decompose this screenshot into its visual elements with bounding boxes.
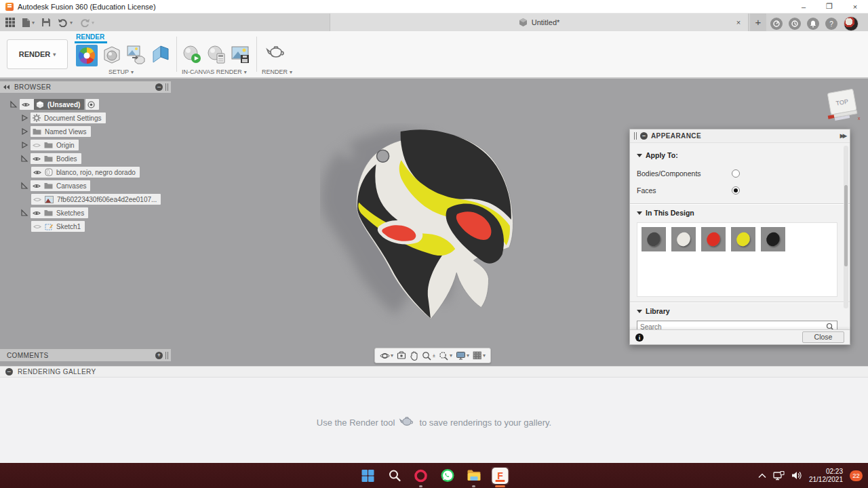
gallery-minus-icon[interactable]: – [5, 368, 13, 375]
collapsed-caret-icon[interactable] [20, 127, 28, 136]
restore-button[interactable]: ❐ [816, 0, 842, 14]
dialog-minus-icon[interactable]: – [640, 132, 648, 140]
eye-visible-icon[interactable] [33, 210, 41, 216]
tree-row-canvas-image[interactable]: 7fb60223430f606ea4d2ee0107... [0, 192, 171, 206]
appearance-swatch-yellow[interactable] [731, 227, 755, 251]
opera-gx-icon[interactable] [412, 467, 430, 485]
extensions-icon[interactable] [770, 18, 783, 30]
undo-icon[interactable]: ▾ [58, 18, 73, 27]
dialog-grip[interactable] [634, 132, 637, 140]
collapsed-caret-icon[interactable] [20, 114, 28, 122]
tree-row-sketches[interactable]: Sketches [0, 206, 171, 220]
faces-radio[interactable] [732, 186, 740, 195]
fusion360-taskbar-icon[interactable]: F [492, 467, 509, 485]
appearance-swatch-white[interactable] [671, 227, 696, 251]
texture-map-controls-icon[interactable] [126, 45, 146, 65]
tree-row-document-settings[interactable]: Document Settings [0, 111, 171, 125]
section-collapse-icon[interactable] [637, 310, 642, 313]
collapsed-caret-icon[interactable] [20, 141, 28, 149]
zoom-window-tool[interactable]: ▾ [439, 351, 452, 361]
library-section-header[interactable]: Library [637, 307, 843, 315]
appearance-dialog-header[interactable]: – APPEARANCE ▶▶ [630, 129, 850, 143]
eye-visible-icon[interactable] [22, 102, 30, 108]
workspace-selector-button[interactable]: RENDER▾ [7, 39, 68, 69]
file-explorer-icon[interactable] [465, 467, 483, 485]
close-button[interactable]: × [842, 0, 868, 14]
in-canvas-render-group-label[interactable]: IN-CANVAS RENDER▾ [182, 68, 247, 75]
zoom-tool[interactable]: ± [422, 351, 435, 361]
taskbar-search-icon[interactable] [386, 467, 403, 485]
collapse-panel-icon[interactable] [3, 84, 10, 90]
whatsapp-icon[interactable] [439, 467, 456, 485]
eye-hidden-icon[interactable] [33, 224, 41, 230]
tree-row-bodies[interactable]: Bodies [0, 152, 171, 165]
tab-close-icon[interactable]: × [733, 17, 744, 28]
setup-group-label[interactable]: SETUP▾ [108, 68, 134, 75]
root-component[interactable]: (Unsaved) [34, 99, 84, 110]
orbit-tool[interactable]: ▾ [380, 351, 393, 361]
job-status-icon[interactable] [789, 18, 801, 30]
viewcube[interactable]: TOP x [824, 87, 862, 123]
look-at-tool[interactable] [397, 351, 406, 360]
file-menu-icon[interactable]: ▾ [22, 18, 35, 28]
display-settings-tool[interactable]: ▾ [456, 351, 469, 360]
add-comment-icon[interactable]: + [155, 352, 163, 359]
apply-to-section-header[interactable]: Apply To: [637, 151, 843, 159]
decal-icon[interactable] [152, 45, 170, 64]
eye-visible-icon[interactable] [33, 169, 41, 176]
notification-count-badge[interactable]: 22 [850, 470, 863, 481]
tree-row-canvases[interactable]: Canvases [0, 179, 171, 192]
minimize-button[interactable]: – [791, 0, 816, 14]
info-icon[interactable]: i [635, 333, 644, 342]
expanded-caret-icon[interactable] [20, 155, 28, 163]
apply-to-bodies-row[interactable]: Bodies/Components [637, 165, 843, 182]
ethernet-network-icon[interactable] [773, 471, 785, 481]
scene-settings-icon[interactable] [102, 45, 122, 65]
app-grid-icon[interactable] [5, 18, 15, 27]
save-icon[interactable] [41, 18, 51, 27]
eye-visible-icon[interactable] [33, 183, 41, 189]
in-canvas-render-settings-icon[interactable] [206, 45, 226, 65]
render-teapot-icon[interactable] [266, 46, 286, 61]
clock[interactable]: 02:23 21/12/2021 [809, 468, 843, 484]
appearance-tool-icon[interactable] [76, 45, 98, 66]
activate-component-radio[interactable] [85, 99, 99, 110]
appearance-swatch-dark-gray[interactable] [642, 227, 666, 251]
dialog-close-button[interactable]: Close [802, 331, 844, 343]
expanded-caret-icon[interactable] [9, 100, 18, 108]
comments-panel[interactable]: COMMENTS + [0, 349, 171, 361]
notifications-bell-icon[interactable] [807, 18, 819, 30]
tree-row-origin[interactable]: Origin [0, 138, 171, 152]
expanded-caret-icon[interactable] [20, 182, 28, 190]
tree-row-sketch1[interactable]: Sketch1 [0, 220, 171, 233]
user-avatar[interactable] [844, 16, 859, 31]
ribbon-active-tab-label[interactable]: RENDER [76, 33, 117, 41]
scrollbar-thumb[interactable] [844, 185, 848, 266]
new-tab-button[interactable]: + [750, 14, 766, 31]
redo-icon[interactable]: ▾ [79, 18, 94, 27]
panel-grip[interactable] [165, 352, 168, 359]
viewport-canvas[interactable]: TOP x BROWSER – [0, 79, 868, 366]
browser-header[interactable]: BROWSER – [0, 81, 171, 93]
capture-image-icon[interactable] [231, 45, 251, 65]
expand-right-icon[interactable]: ▶▶ [840, 133, 846, 139]
help-icon[interactable]: ? [825, 18, 837, 30]
appearance-swatch-red[interactable] [701, 227, 726, 251]
expanded-caret-icon[interactable] [20, 209, 28, 217]
appearance-swatch-black[interactable] [761, 227, 785, 251]
tree-row-root[interactable]: (Unsaved) [0, 98, 171, 111]
tree-row-body[interactable]: blanco, rojo, negro dorado [0, 165, 171, 179]
tray-chevron-up-icon[interactable] [758, 473, 766, 479]
in-canvas-render-icon[interactable] [182, 45, 202, 65]
dialog-scrollbar[interactable] [844, 146, 848, 308]
apply-to-faces-row[interactable]: Faces [637, 182, 843, 199]
rendering-gallery-bar[interactable]: – RENDERING GALLERY [0, 366, 868, 378]
eye-hidden-icon[interactable] [33, 142, 41, 148]
panel-grip[interactable] [165, 83, 168, 91]
section-collapse-icon[interactable] [637, 211, 642, 215]
start-button[interactable] [359, 467, 377, 485]
render-group-label[interactable]: RENDER▾ [262, 68, 292, 75]
section-collapse-icon[interactable] [637, 154, 642, 157]
eye-visible-icon[interactable] [33, 156, 41, 162]
speaker-volume-icon[interactable] [791, 471, 802, 480]
